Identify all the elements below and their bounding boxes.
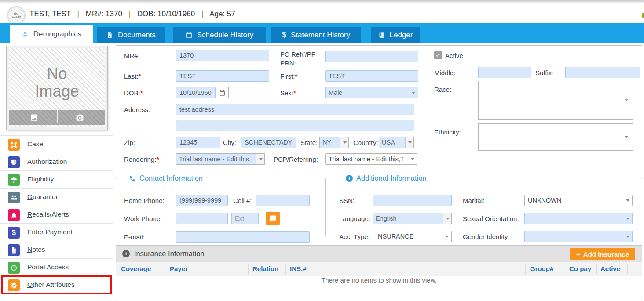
email-input[interactable] (176, 231, 310, 243)
sidebar-item-label: Eligibility (27, 175, 54, 183)
sidebar-item-eligibility[interactable]: Eligibility (0, 170, 113, 188)
column-coverage[interactable]: Coverage (121, 265, 151, 272)
state-select[interactable]: NY (319, 137, 349, 148)
umbrella-icon (8, 174, 20, 186)
pc-ref-input[interactable] (325, 51, 418, 62)
ethnicity-select[interactable] (478, 123, 633, 151)
gear-icon (8, 279, 20, 291)
pcp-referring-select[interactable]: Trial last name - Edit this,T (325, 153, 417, 165)
divider (57, 105, 58, 123)
zip-input[interactable]: 12345 (176, 137, 220, 148)
calendar-picker-button[interactable] (216, 87, 229, 98)
column-group[interactable]: Group# (530, 265, 553, 272)
column-payer[interactable]: Payer (170, 265, 188, 272)
country-select[interactable]: USA (379, 137, 414, 148)
shield-icon (8, 156, 20, 168)
chevron-down-icon (445, 236, 449, 238)
divider (285, 264, 286, 275)
sex-select[interactable]: Male (325, 87, 418, 98)
contact-information-section: Contact Information Home Phone: (999)999… (116, 174, 326, 236)
gender-identity-select[interactable] (524, 231, 633, 242)
tab-label: Statement History (291, 31, 350, 40)
language-select[interactable]: English (373, 213, 452, 224)
ssn-input[interactable] (373, 195, 452, 206)
sidebar-item-case[interactable]: Case (0, 135, 113, 153)
address-label: Address: (124, 106, 150, 113)
divider (165, 264, 165, 275)
middle-label: Middle: (434, 69, 455, 76)
sms-button[interactable] (266, 212, 280, 225)
tab-ledger[interactable]: Ledger (371, 27, 420, 43)
chat-bubble-icon (269, 215, 277, 222)
sidebar-item-enter-payment[interactable]: $ Enter Payment (0, 223, 113, 241)
active-label: Active (445, 52, 463, 59)
column-copay[interactable]: Co pay (569, 265, 591, 272)
patient-title: TEST, TEST | MR#: 1370 | DOB: 10/10/1960… (29, 10, 235, 18)
tab-label: Demographics (33, 30, 82, 39)
sidebar-item-label: Guarantor (27, 193, 58, 201)
patient-age: Age: 57 (209, 10, 235, 18)
sidebar-item-label: Portal Access (27, 263, 69, 271)
patient-dob: DOB: 10/10/1960 (137, 10, 195, 18)
sidebar-item-notes[interactable]: Notes (0, 241, 113, 258)
tab-documents[interactable]: Documents (97, 27, 165, 43)
dob-input[interactable]: 10/10/1960 (176, 87, 216, 98)
middle-input[interactable] (478, 67, 531, 78)
tab-demographics[interactable]: Demographics (10, 25, 93, 43)
work-phone-input[interactable] (176, 213, 228, 224)
insurance-title: Insurance Information (134, 250, 205, 258)
rendering-label: Rendering:* (124, 156, 159, 163)
home-phone-input[interactable]: (999)999-9999 (176, 195, 228, 206)
acc-type-label: Acc. Type: (339, 233, 370, 240)
marital-select[interactable]: UNKNOWN (524, 195, 633, 206)
image-upload-icon[interactable] (30, 113, 38, 122)
column-ins-number[interactable]: INS.# (290, 265, 307, 272)
sidebar-item-recalls-alerts[interactable]: Recalls/Alerts (0, 206, 113, 223)
sidebar-item-guarantor[interactable]: Guarantor (0, 188, 113, 206)
suffix-input[interactable] (565, 67, 640, 78)
tab-label: Schedule History (197, 31, 254, 40)
calendar-icon (219, 89, 226, 96)
address-line1-input[interactable]: test address (176, 104, 414, 115)
tab-statement-history[interactable]: $ Statement History (271, 27, 361, 43)
tab-schedule-history[interactable]: Schedule History (173, 27, 266, 43)
divider (0, 294, 113, 294)
add-insurance-button[interactable]: + Add Insurance (570, 248, 635, 260)
sidebar-item-label: Case (27, 140, 43, 148)
column-active[interactable]: Active (600, 265, 620, 272)
city-input[interactable]: SCHENECTADY (241, 137, 296, 148)
mr-input[interactable]: 1370 (176, 50, 269, 61)
chevron-down-icon (625, 99, 628, 101)
tab-label: Documents (118, 31, 156, 40)
home-phone-label: Home Phone: (124, 197, 165, 204)
pc-ref-label: PC Ref#/PF PRN: (280, 50, 322, 68)
dollar-icon: $ (8, 227, 20, 239)
sidebar-item-other-attributes[interactable]: Other Attributes (0, 276, 113, 294)
patient-avatar[interactable]: No Image (6, 5, 26, 25)
ext-input[interactable]: Ext (231, 213, 259, 224)
last-name-input[interactable]: TEST (176, 70, 269, 82)
contact-information-title: Contact Information (125, 174, 207, 182)
sidebar-splitter[interactable] (113, 43, 113, 301)
sexual-orientation-select[interactable] (524, 213, 633, 224)
rendering-select[interactable]: Trial last name - Edit this, (176, 153, 265, 165)
zip-label: Zip: (124, 139, 135, 146)
chevron-down-icon (256, 154, 264, 164)
address-line2-input[interactable] (176, 120, 414, 131)
mr-label: MR#: (124, 52, 140, 59)
phone-icon (129, 175, 136, 182)
chevron-down-icon (443, 213, 451, 224)
divider (565, 264, 565, 275)
first-name-input[interactable]: TEST (325, 70, 418, 82)
active-checkbox[interactable]: ✓ (434, 51, 442, 59)
dob-label: DOB:* (124, 89, 143, 97)
first-name-label: First:* (280, 73, 297, 80)
cell-input[interactable] (256, 195, 310, 206)
sidebar-item-authorization[interactable]: Authorization (0, 153, 113, 170)
sidebar-item-portal-access[interactable]: Portal Access (0, 258, 113, 276)
acc-type-select[interactable]: INSURANCE (373, 231, 452, 242)
race-select[interactable] (478, 81, 633, 120)
insurance-table-header: Coverage Payer Relation INS.# Group# Co … (116, 262, 642, 276)
column-relation[interactable]: Relation (252, 265, 278, 272)
camera-icon[interactable] (76, 113, 84, 122)
